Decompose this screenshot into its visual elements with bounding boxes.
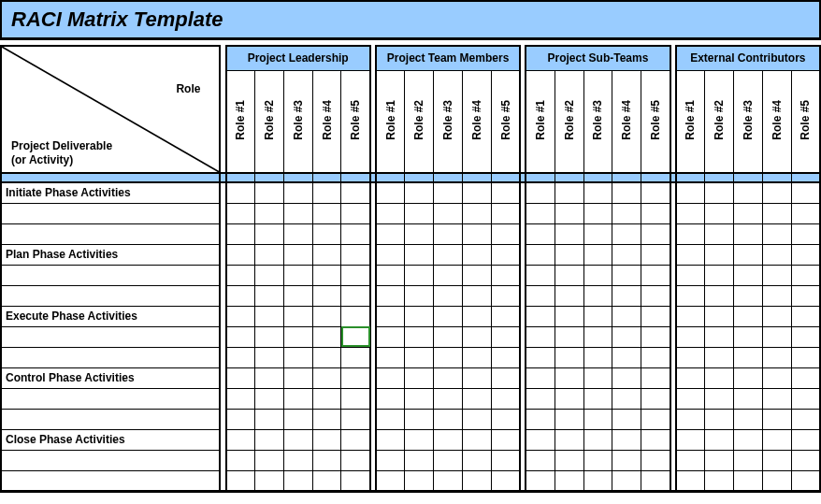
matrix-cell[interactable] (226, 450, 255, 470)
matrix-cell[interactable] (676, 244, 705, 265)
matrix-cell[interactable] (555, 470, 583, 491)
matrix-cell[interactable] (405, 367, 434, 388)
matrix-cell[interactable] (283, 203, 312, 223)
matrix-cell[interactable] (791, 470, 820, 491)
matrix-cell[interactable] (733, 409, 762, 429)
matrix-cell[interactable] (762, 409, 791, 429)
matrix-cell[interactable] (405, 388, 434, 409)
matrix-cell[interactable] (705, 265, 734, 285)
matrix-cell[interactable] (462, 306, 491, 326)
matrix-cell[interactable] (376, 326, 405, 347)
matrix-cell[interactable] (312, 450, 341, 470)
matrix-cell[interactable] (526, 306, 555, 326)
matrix-cell[interactable] (283, 347, 312, 367)
matrix-cell[interactable] (341, 244, 370, 265)
matrix-cell[interactable] (376, 223, 405, 244)
matrix-cell[interactable] (376, 409, 405, 429)
matrix-cell[interactable] (555, 450, 583, 470)
matrix-cell[interactable] (312, 285, 341, 306)
matrix-cell[interactable] (312, 347, 341, 367)
matrix-cell[interactable] (705, 306, 734, 326)
matrix-cell[interactable] (676, 223, 705, 244)
matrix-cell[interactable] (705, 347, 734, 367)
matrix-cell[interactable] (462, 347, 491, 367)
matrix-cell[interactable] (733, 244, 762, 265)
matrix-cell[interactable] (283, 470, 312, 491)
matrix-cell[interactable] (583, 223, 612, 244)
matrix-cell[interactable] (312, 409, 341, 429)
deliverable-cell[interactable] (1, 470, 220, 491)
deliverable-cell[interactable] (1, 223, 220, 244)
matrix-cell[interactable] (583, 244, 612, 265)
matrix-cell[interactable] (526, 470, 555, 491)
matrix-cell[interactable] (762, 203, 791, 223)
matrix-cell[interactable] (612, 182, 641, 203)
matrix-cell[interactable] (612, 203, 641, 223)
matrix-cell[interactable] (434, 265, 463, 285)
matrix-cell[interactable] (405, 244, 434, 265)
deliverable-cell[interactable] (1, 285, 220, 306)
matrix-cell[interactable] (491, 182, 520, 203)
matrix-cell[interactable] (791, 326, 820, 347)
matrix-cell[interactable] (434, 244, 463, 265)
matrix-cell[interactable] (462, 265, 491, 285)
matrix-cell[interactable] (791, 429, 820, 450)
matrix-cell[interactable] (791, 203, 820, 223)
matrix-cell[interactable] (733, 347, 762, 367)
matrix-cell[interactable] (733, 203, 762, 223)
matrix-cell[interactable] (583, 470, 612, 491)
matrix-cell[interactable] (641, 470, 670, 491)
matrix-cell[interactable] (462, 388, 491, 409)
matrix-cell[interactable] (733, 182, 762, 203)
matrix-cell[interactable] (676, 306, 705, 326)
matrix-cell[interactable] (376, 388, 405, 409)
matrix-cell[interactable] (733, 326, 762, 347)
matrix-cell[interactable] (791, 265, 820, 285)
matrix-cell[interactable] (405, 306, 434, 326)
matrix-cell[interactable] (226, 326, 255, 347)
matrix-cell[interactable] (312, 244, 341, 265)
deliverable-cell[interactable] (1, 388, 220, 409)
matrix-cell[interactable] (705, 203, 734, 223)
matrix-cell[interactable] (312, 429, 341, 450)
phase-label[interactable]: Control Phase Activities (1, 367, 220, 388)
matrix-cell[interactable] (641, 285, 670, 306)
matrix-cell[interactable] (376, 306, 405, 326)
matrix-cell[interactable] (733, 450, 762, 470)
matrix-cell[interactable] (612, 367, 641, 388)
matrix-cell[interactable] (733, 367, 762, 388)
matrix-cell[interactable] (491, 223, 520, 244)
matrix-cell[interactable] (491, 388, 520, 409)
matrix-cell[interactable] (526, 244, 555, 265)
matrix-cell[interactable] (555, 265, 583, 285)
matrix-cell[interactable] (254, 306, 283, 326)
matrix-cell[interactable] (491, 429, 520, 450)
matrix-cell[interactable] (612, 265, 641, 285)
matrix-cell[interactable] (762, 347, 791, 367)
matrix-cell[interactable] (583, 450, 612, 470)
matrix-cell[interactable] (676, 265, 705, 285)
matrix-cell[interactable] (762, 182, 791, 203)
matrix-cell[interactable] (312, 223, 341, 244)
matrix-cell[interactable] (555, 388, 583, 409)
matrix-cell[interactable] (526, 285, 555, 306)
deliverable-cell[interactable] (1, 326, 220, 347)
matrix-cell[interactable] (555, 182, 583, 203)
matrix-cell[interactable] (555, 244, 583, 265)
matrix-cell[interactable] (341, 388, 370, 409)
matrix-cell[interactable] (283, 265, 312, 285)
matrix-cell[interactable] (733, 285, 762, 306)
matrix-cell[interactable] (226, 367, 255, 388)
matrix-cell[interactable] (312, 182, 341, 203)
matrix-cell[interactable] (676, 388, 705, 409)
matrix-cell[interactable] (641, 429, 670, 450)
matrix-cell[interactable] (283, 306, 312, 326)
matrix-cell[interactable] (376, 347, 405, 367)
matrix-cell[interactable] (283, 285, 312, 306)
matrix-cell[interactable] (676, 429, 705, 450)
matrix-cell[interactable] (705, 223, 734, 244)
matrix-cell[interactable] (376, 285, 405, 306)
matrix-cell[interactable] (526, 367, 555, 388)
matrix-cell[interactable] (462, 367, 491, 388)
matrix-cell[interactable] (376, 265, 405, 285)
